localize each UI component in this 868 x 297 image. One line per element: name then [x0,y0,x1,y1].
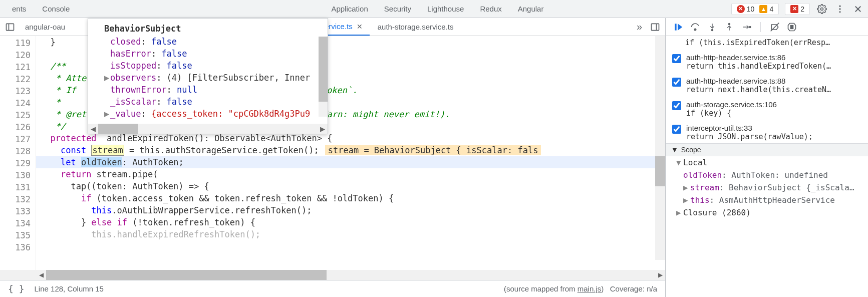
svg-point-3 [839,11,840,13]
toggle-debugger-icon[interactable] [648,20,662,34]
warning-count: 4 [769,5,773,13]
popover-row[interactable]: thrownError: null [96,84,320,96]
issues-count: 2 [800,5,804,13]
tab-elements[interactable]: ents [4,0,34,18]
svg-rect-8 [652,24,659,30]
scope-variable[interactable]: ▶this: AsmAuthHttpHeaderService [666,194,868,206]
code-editor[interactable]: 119120121 122123124 125126127 128129130 … [0,36,665,270]
tab-redux[interactable]: Redux [472,0,509,18]
debug-toolbar [666,18,868,36]
breakpoint-row[interactable]: interceptor-util.ts:33 return JSON.parse… [666,120,868,143]
svg-point-14 [712,29,713,31]
issues-badge[interactable]: ✕2 [785,3,810,15]
breakpoint-location: auth-http-header.service.ts:86 [686,53,862,62]
svg-point-2 [839,8,840,10]
file-tab[interactable]: auth-storage.service.ts [371,18,461,36]
step-out-icon[interactable] [724,22,734,32]
popover-row[interactable]: closed: false [96,36,320,48]
popover-hscrollbar[interactable]: ◀▶ [88,124,328,134]
pretty-print-icon[interactable]: { } [8,283,25,294]
error-warning-badge[interactable]: ✕10 ▲4 [731,3,779,15]
gutter: 119120121 122123124 125126127 128129130 … [0,36,36,270]
chevron-down-icon: ▼ [671,146,678,154]
breakpoint-row[interactable]: auth-http-header.service.ts:88 return ne… [666,73,868,96]
breakpoint-checkbox[interactable] [672,54,681,63]
source-map-link[interactable]: main.js [577,284,602,293]
popover-title: BehaviorSubject [88,19,328,36]
popover-row[interactable]: _isScalar: false [96,96,320,108]
kebab-menu-icon[interactable] [834,3,846,15]
more-tabs-icon[interactable]: » [632,21,647,33]
breadcrumb[interactable]: angular-oau [18,18,72,36]
breakpoint-location: auth-http-header.service.ts:88 [686,77,862,85]
step-over-icon[interactable] [690,22,700,32]
breakpoint-checkbox[interactable] [672,125,681,134]
breakpoint-code: return JSON.parse(rawValue); [686,132,846,141]
pause-on-exceptions-icon[interactable] [787,22,797,32]
devtools-tabbar: ents Console Application Security Lighth… [0,0,868,18]
svg-rect-21 [791,25,792,29]
tab-lighthouse[interactable]: Lighthouse [419,0,472,18]
settings-icon[interactable] [816,3,828,15]
breakpoint-location: auth-storage.service.ts:106 [686,100,862,109]
debugger-pane: if (this.isExpiredToken(errResp… auth-ht… [666,18,868,297]
breakpoint-checkbox[interactable] [672,101,681,110]
deactivate-breakpoints-icon[interactable] [770,22,780,32]
tab-console[interactable]: Console [34,0,78,18]
vertical-scrollbar[interactable] [655,36,665,260]
popover-row[interactable]: ▶observers: (4) [FilterSubscriber, Inner [96,72,320,84]
tab-security[interactable]: Security [376,0,419,18]
toggle-navigator-icon[interactable] [3,20,17,34]
popover-vscrollbar[interactable] [319,37,328,117]
breakpoint-checkbox[interactable] [672,78,681,87]
scope-local-header[interactable]: ▼Local [666,156,868,169]
svg-rect-6 [7,24,14,30]
inline-value: stream = BehaviorSubject {_isScalar: fal… [325,145,541,155]
scope-closure-header[interactable]: ▶Closure (2860) [666,206,868,219]
popover-row[interactable]: hasError: false [96,48,320,60]
svg-marker-11 [678,24,682,30]
breakpoint-row[interactable]: auth-storage.service.ts:106 if (key) { [666,96,868,120]
cursor-position: Line 128, Column 15 [35,284,104,293]
error-count: 10 [747,5,755,13]
step-into-icon[interactable] [707,22,717,32]
scope-variable[interactable]: oldToken: AuthToken: undefined [666,169,868,181]
scope-variable[interactable]: ▶stream: BehaviorSubject {_isScala… [666,181,868,194]
popover-row[interactable]: isStopped: false [96,60,320,72]
breakpoint-code: if (key) { [686,109,846,118]
tab-application[interactable]: Application [323,0,376,18]
breakpoint-code: return this.handleExpiredToken(… [686,62,846,71]
svg-point-16 [729,23,730,25]
resume-icon[interactable] [673,22,683,32]
svg-point-1 [839,5,840,7]
svg-rect-10 [675,24,676,30]
horizontal-scrollbar[interactable]: ◀▶ [0,270,665,280]
file-tab-label: auth-storage.service.ts [378,23,454,31]
breakpoint-row[interactable]: auth-http-header.service.ts:86 return th… [666,49,868,73]
coverage-status: Coverage: n/a [610,284,657,293]
issues-icon: ✕ [790,5,798,13]
close-devtools-icon[interactable] [852,3,864,15]
partial-frame: if (this.isExpiredToken(errResp… [666,36,868,49]
svg-rect-22 [792,25,793,29]
step-icon[interactable] [741,22,751,32]
svg-point-0 [821,8,823,10]
scope-section-header[interactable]: ▼Scope [666,143,868,156]
warning-icon: ▲ [759,5,767,13]
popover-row[interactable]: ▶_value: {access_token: "cpCGDk8dR4g3Pu9 [96,108,320,120]
object-inspector-popover[interactable]: BehaviorSubject closed: false hasError: … [88,18,328,134]
svg-point-18 [749,26,751,28]
sources-panel: angular-oau r.service.ts ✕ auth-storage.… [0,18,666,297]
tab-angular[interactable]: Angular [510,0,552,18]
close-tab-icon[interactable]: ✕ [357,23,363,31]
status-bar: { } Line 128, Column 15 (source mapped f… [0,280,665,297]
error-icon: ✕ [737,5,745,13]
breakpoint-code: return next.handle(this.createN… [686,85,846,94]
breakpoint-location: interceptor-util.ts:33 [686,124,862,132]
svg-point-12 [694,29,696,30]
